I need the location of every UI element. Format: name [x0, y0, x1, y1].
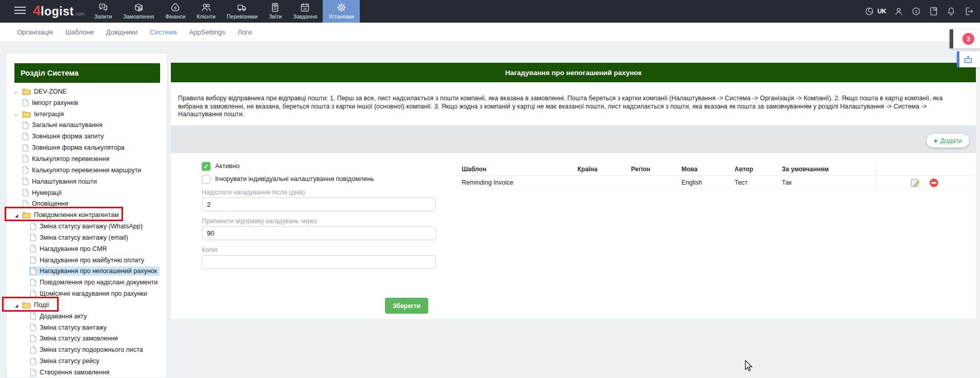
- tree-item-content: DEV-ZONE: [21, 87, 69, 96]
- tree-item-label: DEV-ZONE: [34, 87, 69, 96]
- subnav-item-Довідники[interactable]: Довідники: [106, 28, 137, 36]
- tree-item[interactable]: Імпорт рахунків: [7, 97, 167, 109]
- notifications-widget[interactable]: 3: [950, 29, 980, 48]
- tree-item-content: Загальні налаштування: [21, 120, 105, 130]
- tree-item-label: Нумерації: [32, 188, 64, 197]
- ignore-checkbox-row[interactable]: Ігнорувати індивідуальні налаштування по…: [202, 174, 436, 184]
- language-label[interactable]: UK: [878, 8, 886, 15]
- collapse-arrow-icon: ▷: [12, 88, 21, 95]
- top-menu-item-label: Запити: [94, 13, 112, 20]
- file-icon: [30, 279, 37, 286]
- tree-item[interactable]: Нагадування про майбутню оплату: [7, 255, 167, 266]
- tree-item[interactable]: Додавання акту: [7, 311, 167, 322]
- subnav-item-Шаблони[interactable]: Шаблони: [65, 28, 94, 36]
- tree-item[interactable]: Зміна статусу вантажу: [7, 322, 167, 333]
- coin-icon[interactable]: $: [911, 6, 921, 16]
- top-menu: ?ЗапитиЗамовлення$ФінансиКлієнтиПеревізн…: [89, 0, 360, 23]
- subnav-item-Організація[interactable]: Організація: [17, 28, 53, 36]
- svg-text:28: 28: [304, 7, 307, 10]
- stop-after-input[interactable]: [202, 226, 436, 240]
- tree-item-content: Зовнішня форма запиту: [21, 132, 107, 141]
- tree-item[interactable]: Зміна статусу подорожнього листа: [7, 344, 167, 355]
- add-button[interactable]: + Додати: [926, 134, 969, 148]
- column-header[interactable]: За умовчанням: [782, 166, 876, 173]
- tree-item[interactable]: Нагадування про CMR: [7, 243, 167, 255]
- subnav-item-AppSettings[interactable]: AppSettings: [189, 28, 225, 36]
- column-header[interactable]: Країна: [577, 166, 631, 173]
- top-menu-item-Запити[interactable]: ?Запити: [89, 0, 117, 23]
- tree-item-content: Налаштування пошти: [21, 177, 99, 186]
- calendar-icon: 28: [300, 2, 310, 13]
- logout-icon[interactable]: [964, 6, 974, 16]
- user-icon[interactable]: [894, 6, 904, 16]
- tree-item-label: Нагадування про CMR: [40, 244, 110, 254]
- copy-input[interactable]: [202, 255, 436, 269]
- save-button[interactable]: Зберегти: [385, 298, 428, 314]
- tree-item-label: Зміна статусу подорожнього листа: [40, 345, 146, 354]
- tree-item[interactable]: Налаштування пошти: [7, 176, 167, 187]
- rules-description: Правила вибору відправника при відправці…: [171, 82, 976, 125]
- globe-icon[interactable]: [864, 6, 874, 16]
- tree-item[interactable]: Зовнішня форма запиту: [7, 131, 167, 142]
- money-icon: $: [170, 2, 181, 13]
- ignore-checkbox[interactable]: [202, 175, 211, 184]
- active-checkbox[interactable]: ✓: [202, 162, 211, 171]
- tree-item[interactable]: ▷DEV-ZONE: [7, 86, 167, 97]
- tree-item[interactable]: Зміна статусу вантажу (WhatsApp): [7, 221, 167, 232]
- top-menu-item-Установки[interactable]: Установки: [323, 0, 359, 23]
- top-right-icons: UK$: [864, 0, 974, 23]
- chat-bot-widget[interactable]: [957, 51, 980, 67]
- column-header[interactable]: Мова: [681, 166, 734, 173]
- top-menu-item-Замовлення[interactable]: Замовлення: [117, 0, 160, 23]
- folder-icon: [22, 111, 31, 118]
- reminder-form: ✓ Активно Ігнорувати індивідуальні налаш…: [202, 153, 436, 314]
- tree-item-content: Нумерації: [21, 188, 64, 197]
- folder-icon: [22, 301, 31, 309]
- tree-item-label: Імпорт рахунків: [32, 98, 81, 107]
- tree-item[interactable]: Створення замовлення: [7, 367, 167, 378]
- tree-item[interactable]: Щомісячні нагадування про рахунки: [7, 288, 167, 299]
- tree-item[interactable]: Калькулятор перевезення маршрути: [7, 165, 167, 176]
- table-row[interactable]: Reminding InvoiceEnglishТестТак: [456, 176, 975, 189]
- file-icon: [22, 189, 29, 196]
- active-checkbox-row[interactable]: ✓ Активно: [202, 161, 436, 171]
- column-header[interactable]: Регіон: [631, 166, 681, 173]
- book-icon[interactable]: [929, 6, 939, 16]
- tree-item[interactable]: Нагадування про непогашений рахунок: [7, 266, 167, 277]
- column-header[interactable]: Автор: [734, 166, 782, 173]
- tree-item[interactable]: Зміна статусу вантажу (email): [7, 232, 167, 243]
- content-panel: ✓ Активно Ігнорувати індивідуальні налаш…: [171, 153, 976, 319]
- file-icon: [30, 369, 37, 376]
- edit-icon[interactable]: [911, 178, 920, 188]
- tree-item[interactable]: Нумерації: [7, 187, 167, 199]
- column-header[interactable]: Шаблон: [462, 166, 577, 173]
- expand-arrow-icon: ◢: [12, 211, 21, 219]
- top-menu-item-Фінанси[interactable]: $Фінанси: [160, 0, 191, 23]
- tree-item[interactable]: Калькулятор перевезення: [7, 153, 167, 165]
- top-menu-item-Клієнти[interactable]: Клієнти: [191, 0, 221, 23]
- hamburger-menu-icon[interactable]: [14, 7, 26, 16]
- tree-item[interactable]: Оповіщення: [7, 198, 167, 209]
- tree-item[interactable]: Загальні налаштування: [7, 120, 167, 131]
- tree-item[interactable]: ◢Повідомлення контрагентам: [7, 209, 167, 221]
- file-icon: [30, 256, 37, 264]
- send-after-days-input[interactable]: [202, 197, 436, 211]
- tree-item-content: Зміна статусу вантажу (email): [29, 233, 131, 242]
- tree-item[interactable]: Зміна статусу рейсу: [7, 355, 167, 367]
- tree-item-content: Оповіщення: [21, 199, 71, 208]
- top-menu-item-Перевізники[interactable]: Перевізники: [221, 0, 264, 23]
- tree-item[interactable]: Зміна статусу замовлення: [7, 333, 167, 345]
- bell-icon[interactable]: [946, 6, 956, 16]
- tree-item[interactable]: ◢Події: [7, 299, 167, 311]
- top-menu-item-Звіти[interactable]: Звіти: [263, 0, 287, 23]
- tree-item[interactable]: Повідомлення про надіслані документи: [7, 277, 167, 288]
- logo[interactable]: 4logist.com: [33, 3, 84, 19]
- active-checkbox-label: Активно: [215, 163, 240, 170]
- tree-item[interactable]: ▷Інтеграція: [7, 109, 167, 120]
- subnav-item-Логи[interactable]: Логи: [238, 28, 252, 36]
- truck-icon: [237, 2, 248, 13]
- top-menu-item-Завдання[interactable]: 28Завдання: [287, 0, 323, 23]
- tree-item[interactable]: Зовнішня форма калькулятора: [7, 142, 167, 153]
- subnav-item-Система[interactable]: Система: [150, 28, 177, 36]
- delete-icon[interactable]: [929, 178, 939, 188]
